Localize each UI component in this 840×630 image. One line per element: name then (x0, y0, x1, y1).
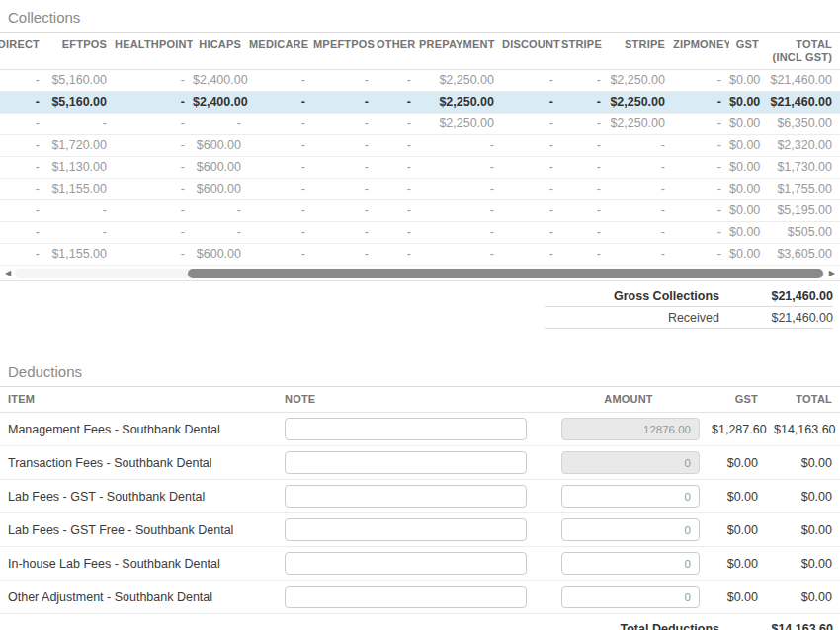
deduction-amount-cell (553, 446, 704, 480)
collections-cell: $21,460.00 (767, 92, 840, 114)
note-input[interactable] (285, 518, 527, 541)
deduction-note-cell (277, 413, 553, 446)
deduction-note-cell (277, 480, 553, 513)
deduction-amount-cell (553, 547, 704, 581)
collections-cell: - (673, 92, 729, 114)
collections-cell: - (561, 135, 609, 157)
deduction-amount-cell (553, 581, 704, 614)
amount-input[interactable] (561, 552, 700, 575)
deduction-row: Lab Fees - GST Free - Southbank Dental$0… (0, 513, 840, 547)
scroll-right-arrow-icon[interactable]: ▶ (829, 269, 835, 278)
collections-cell: - (115, 135, 193, 157)
collections-cell: $2,250.00 (609, 92, 673, 114)
deductions-summary: Total Deductions$14,163.60GST Included$1… (545, 618, 833, 630)
deduction-gst-value: $0.00 (704, 513, 766, 547)
collections-cell: - (47, 114, 115, 135)
collections-cell: $2,250.00 (419, 70, 502, 92)
deduction-item-label: Transaction Fees - Southbank Dental (0, 446, 277, 480)
collections-cell: - (0, 244, 47, 266)
collections-cell: - (673, 244, 729, 266)
horizontal-scrollbar[interactable]: ◀ ▶ (0, 267, 840, 281)
deductions-section: Deductions ITEM NOTE AMOUNT GST TOTAL Ma… (0, 354, 840, 630)
deduction-total-value: $0.00 (766, 480, 840, 513)
deduction-item-label: Lab Fees - GST Free - Southbank Dental (0, 513, 277, 547)
collections-cell: - (0, 200, 47, 222)
note-input[interactable] (285, 552, 527, 575)
collections-cell: - (249, 157, 313, 179)
collections-cell: $600.00 (193, 157, 249, 179)
note-input[interactable] (285, 586, 527, 608)
collections-cell: - (561, 244, 609, 266)
collections-cell: $600.00 (193, 179, 249, 200)
collections-cell: - (115, 179, 193, 200)
collections-row[interactable]: -$5,160.00-$2,400.00---$2,250.00--$2,250… (0, 70, 840, 92)
collections-body: -$5,160.00-$2,400.00---$2,250.00--$2,250… (0, 70, 840, 266)
collections-row[interactable]: -$1,130.00-$600.00--------$0.00$1,730.00 (0, 157, 840, 179)
collections-cell: - (502, 114, 561, 135)
amount-input[interactable] (561, 485, 700, 508)
collections-cell: - (193, 200, 249, 222)
collections-cell: - (377, 244, 419, 266)
collections-table: DIRECTEFTPOSHEALTHPOINTHICAPSMEDICAREMPE… (0, 32, 840, 266)
collections-column-header: MPEFTPOS (313, 33, 377, 70)
collections-cell: - (502, 200, 561, 222)
collections-column-header: STRIPE (561, 33, 609, 70)
collections-cell: - (115, 92, 193, 114)
collections-cell: - (249, 222, 313, 244)
collections-column-header: EFTPOS (47, 33, 115, 70)
deduction-gst-value: $0.00 (704, 480, 766, 513)
collections-header-row: DIRECTEFTPOSHEALTHPOINTHICAPSMEDICAREMPE… (0, 33, 840, 70)
amount-input[interactable] (561, 518, 700, 541)
collections-summary: Gross Collections$21,460.00Received$21,4… (545, 285, 833, 329)
collections-summary-row: Received$21,460.00 (545, 307, 833, 329)
collections-row[interactable]: -------$2,250.00--$2,250.00-$0.00$6,350.… (0, 114, 840, 135)
collections-cell: - (609, 200, 673, 222)
collections-cell: - (673, 157, 729, 179)
collections-cell: - (249, 200, 313, 222)
collections-column-header: PREPAYMENT (419, 33, 502, 70)
collections-cell: - (377, 92, 419, 114)
deduction-note-cell (277, 581, 553, 614)
collections-cell: $3,605.00 (767, 244, 840, 266)
collections-row[interactable]: -$1,155.00-$600.00--------$0.00$3,605.00 (0, 244, 840, 266)
collections-row[interactable]: -$1,155.00-$600.00--------$0.00$1,755.00 (0, 179, 840, 200)
collections-cell: - (249, 135, 313, 157)
collections-row[interactable]: -$5,160.00-$2,400.00---$2,250.00--$2,250… (0, 92, 840, 114)
collections-cell: $1,755.00 (767, 179, 840, 200)
collections-cell: - (0, 222, 47, 244)
deduction-note-cell (277, 513, 553, 547)
collections-row[interactable]: ------------$0.00$505.00 (0, 222, 840, 244)
deduction-amount-cell (553, 513, 704, 547)
collections-cell: - (502, 244, 561, 266)
collections-cell: - (0, 135, 47, 157)
collections-cell: - (609, 244, 673, 266)
deduction-row: Other Adjustment - Southbank Dental$0.00… (0, 581, 840, 614)
deductions-summary-label: Total Deductions (545, 622, 731, 630)
collections-cell: $2,400.00 (193, 70, 249, 92)
collections-cell: - (249, 114, 313, 135)
collections-summary-label: Received (545, 311, 731, 325)
note-input[interactable] (285, 418, 527, 440)
amount-input (561, 418, 700, 440)
deduction-total-value: $0.00 (766, 446, 840, 480)
collections-cell: $21,460.00 (767, 70, 840, 92)
collections-row[interactable]: ------------$0.00$5,195.00 (0, 200, 840, 222)
deduction-row: Transaction Fees - Southbank Dental$0.00… (0, 446, 840, 480)
scroll-left-arrow-icon[interactable]: ◀ (5, 269, 11, 278)
collections-scroll-area: DIRECTEFTPOSHEALTHPOINTHICAPSMEDICAREMPE… (0, 32, 840, 266)
deduction-amount-cell (553, 480, 704, 513)
note-input[interactable] (285, 485, 527, 508)
deduction-gst-value: $0.00 (704, 446, 766, 480)
scrollbar-thumb[interactable] (188, 269, 823, 278)
collections-cell: $1,720.00 (47, 135, 115, 157)
collections-cell: $0.00 (729, 92, 767, 114)
collections-cell: - (249, 70, 313, 92)
deduction-gst-value: $0.00 (704, 547, 766, 581)
collections-row[interactable]: -$1,720.00-$600.00--------$0.00$2,320.00 (0, 135, 840, 157)
collections-cell: - (673, 114, 729, 135)
collections-cell: - (0, 92, 47, 114)
collections-cell: - (115, 200, 193, 222)
amount-input[interactable] (561, 586, 700, 608)
note-input[interactable] (285, 451, 527, 474)
collections-cell: - (609, 179, 673, 200)
